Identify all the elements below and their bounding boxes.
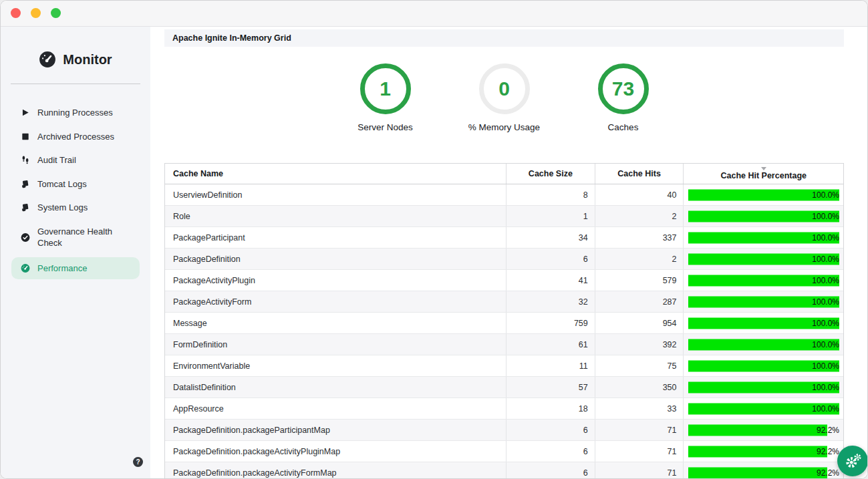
cell-cache-hit-percentage: 100.0% [684,398,843,419]
cell-cache-hit-percentage: 100.0% [684,206,843,226]
scroll-icon [21,179,30,189]
cache-hit-value: 92.2% [817,426,839,435]
stat-value: 0 [498,77,510,100]
cell-cache-hits: 2 [595,249,684,269]
cell-cache-name: DatalistDefinition [165,377,507,397]
cell-cache-name: PackageDefinition.packageParticipantMap [165,420,507,440]
stat-server-nodes: 1 Server Nodes [326,63,445,163]
cell-cache-hit-percentage: 100.0% [684,184,843,205]
table-row: PackageActivityForm 32 287 100.0% [165,291,843,312]
cell-cache-size: 18 [507,398,595,419]
stat-label: % Memory Usage [468,122,540,132]
cell-cache-name: AppResource [165,398,507,419]
table-body: UserviewDefinition 8 40 100.0% Role 1 2 … [165,184,843,479]
sidebar-item-system-logs[interactable]: System Logs [11,198,140,218]
table-row: UserviewDefinition 8 40 100.0% [165,184,843,205]
sidebar: Monitor Running Processes Archived Proce… [1,27,150,478]
cell-cache-hit-percentage: 92.2% [684,441,843,462]
cache-hit-value: 100.0% [812,319,839,328]
brand-title: Monitor [63,52,112,67]
cell-cache-size: 6 [507,420,595,440]
cell-cache-name: UserviewDefinition [165,184,507,205]
cell-cache-hits: 75 [595,355,684,376]
cell-cache-size: 759 [507,313,595,333]
table-header: Cache NameCache SizeCache HitsCache Hit … [165,164,843,184]
cell-cache-name: PackageDefinition [165,249,507,269]
cell-cache-name: PackageActivityForm [165,291,507,312]
cell-cache-hits: 71 [595,462,684,479]
cell-cache-hit-percentage: 92.2% [684,420,843,440]
cell-cache-hits: 33 [595,398,684,419]
stats-row: 1 Server Nodes 0 % Memory Usage 73 Cache… [164,47,844,163]
sidebar-item-audit-trail[interactable]: Audit Trail [11,150,140,170]
stat-value: 1 [380,77,391,100]
cell-cache-hit-percentage: 100.0% [684,291,843,312]
cache-hit-value: 100.0% [812,276,839,285]
cell-cache-hits: 71 [595,441,684,462]
sidebar-nav: Running Processes Archived Processes Aud… [1,103,150,279]
cache-hit-bar [688,446,827,457]
table-row: AppResource 18 33 100.0% [165,397,843,419]
stat-ring: 73 [598,63,649,114]
table-row: PackageDefinition.packageActivityPluginM… [165,440,843,462]
stat-value: 73 [612,77,634,100]
cache-hit-bar [688,424,827,436]
cell-cache-hits: 392 [595,334,684,355]
brand: Monitor [1,51,150,68]
cell-cache-size: 8 [507,184,595,205]
stat-label: Caches [608,122,639,132]
cell-cache-size: 6 [507,441,595,462]
cell-cache-size: 32 [507,291,595,312]
table-row: PackageParticipant 34 337 100.0% [165,226,843,248]
settings-fab-button[interactable] [837,446,868,476]
cache-hit-value: 100.0% [812,190,839,200]
cache-hit-value: 100.0% [812,297,839,307]
cell-cache-name: PackageDefinition.packageActivityPluginM… [165,441,507,462]
stat-caches: 73 Caches [564,63,683,163]
check-circle-icon [21,232,30,243]
cell-cache-name: PackageActivityPlugin [165,270,507,291]
cell-cache-hits: 71 [595,420,684,440]
cell-cache-name: Role [165,206,507,226]
column-header-cache-size[interactable]: Cache Size [507,164,595,184]
cell-cache-hit-percentage: 100.0% [684,377,843,397]
cache-hit-value: 100.0% [812,361,839,371]
cell-cache-size: 41 [507,270,595,291]
gauge-icon [39,51,56,68]
table-row: Role 1 2 100.0% [165,205,843,226]
sidebar-item-archived-processes[interactable]: Archived Processes [11,127,140,147]
cache-hit-value: 100.0% [812,255,839,264]
cell-cache-size: 57 [507,377,595,397]
column-header-cache-hit-percentage[interactable]: Cache Hit Percentage [684,164,843,184]
table-row: Message 759 954 100.0% [165,312,843,333]
column-header-cache-hits[interactable]: Cache Hits [595,164,684,184]
gauge-icon [21,263,30,273]
play-icon [21,108,30,118]
cell-cache-name: EnvironmentVariable [165,355,507,376]
titlebar [1,1,867,27]
cell-cache-hit-percentage: 100.0% [684,355,843,376]
help-icon[interactable]: ? [133,457,143,467]
minimize-button[interactable] [31,8,41,18]
cell-cache-name: PackageParticipant [165,227,507,248]
sidebar-item-running-processes[interactable]: Running Processes [11,103,140,123]
maximize-button[interactable] [51,8,61,18]
sidebar-item-performance[interactable]: Performance [11,257,140,280]
table-row: PackageActivityPlugin 41 579 100.0% [165,269,843,291]
app-window: Monitor Running Processes Archived Proce… [0,0,868,479]
cell-cache-size: 6 [507,249,595,269]
sidebar-item-governance-health-check[interactable]: Governance Health Check [11,222,140,253]
cell-cache-size: 1 [507,206,595,226]
main-content: Apache Ignite In-Memory Grid 1 Server No… [150,27,867,478]
cell-cache-hits: 579 [595,270,684,291]
sidebar-item-tomcat-logs[interactable]: Tomcat Logs [11,174,140,194]
column-header-cache-name[interactable]: Cache Name [165,164,507,184]
cell-cache-hit-percentage: 100.0% [684,227,843,248]
traffic-lights [11,8,61,18]
cell-cache-hit-percentage: 100.0% [684,249,843,269]
sort-desc-icon [761,167,766,170]
cell-cache-hits: 2 [595,206,684,226]
cell-cache-size: 11 [507,355,595,376]
cell-cache-hits: 287 [595,291,684,312]
close-button[interactable] [11,8,21,18]
